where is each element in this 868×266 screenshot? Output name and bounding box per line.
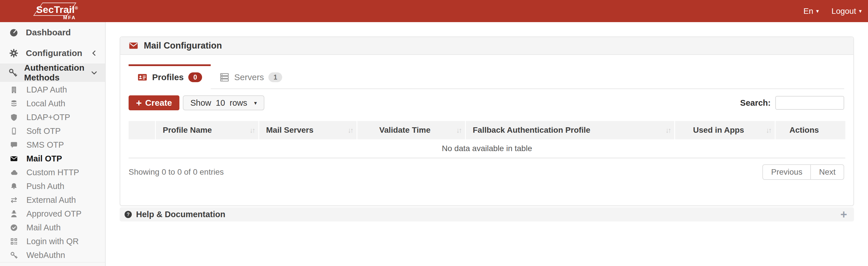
empty-table-message: No data available in table: [129, 139, 845, 158]
brand-name: SecTrail®: [36, 4, 78, 15]
rows-per-page-dropdown[interactable]: Show 10 rows ▾: [183, 95, 265, 110]
sidebar-item-external-auth[interactable]: External Auth: [0, 193, 105, 207]
qrcode-icon: [9, 237, 19, 246]
sidebar-item-ldap-auth[interactable]: LDAP Auth: [0, 83, 105, 96]
column-label: Mail Servers: [266, 125, 313, 135]
column-label: Validate Time: [379, 125, 430, 135]
exchange-icon: [9, 196, 19, 204]
column-header-fallback-authentication-profile[interactable]: Fallback Authentication Profile↓↑: [465, 121, 674, 139]
logout-dropdown[interactable]: Logout ▾: [829, 7, 864, 16]
sort-icon: ↓↑: [456, 126, 461, 135]
gear-icon: [8, 48, 20, 58]
sidebar-item-label: Mail Auth: [26, 223, 61, 232]
sidebar: Dashboard Configuration Authentication M…: [0, 22, 105, 266]
sidebar-item-label: Approved OTP: [26, 209, 82, 218]
table-footer: Showing 0 to 0 of 0 entries Previous Nex…: [129, 164, 844, 180]
bell-icon: [9, 182, 19, 190]
sidebar-item-label: SMS OTP: [26, 140, 64, 150]
column-header-select: [129, 121, 155, 139]
column-label: Profile Name: [163, 125, 212, 135]
column-header-mail-servers[interactable]: Mail Servers↓↑: [258, 121, 356, 139]
sidebar-item-webauthn[interactable]: WebAuthn: [0, 248, 105, 262]
sidebar-item-mail-auth[interactable]: Mail Auth: [0, 220, 105, 234]
sidebar-item-authentication-methods[interactable]: Authentication Methods: [0, 63, 105, 82]
column-label: Fallback Authentication Profile: [473, 125, 590, 135]
empty-table-row: No data available in table: [129, 139, 845, 158]
app-root: SecTrail® MFA En ▾ Logout ▾ Dashboard: [0, 0, 868, 266]
table-toolbar: + Create Show 10 rows ▾ Search:: [129, 95, 844, 110]
svg-text:?: ?: [127, 212, 129, 217]
column-label: Actions: [789, 125, 819, 135]
create-button[interactable]: + Create: [129, 95, 179, 110]
caret-down-icon: ▾: [816, 8, 819, 14]
panel-body: Profiles 0 Servers 1 + Crea: [120, 64, 854, 180]
sidebar-item-dashboard[interactable]: Dashboard: [0, 25, 105, 40]
user-secret-icon: [9, 210, 19, 218]
search-input[interactable]: [775, 96, 844, 110]
pagination: Previous Next: [763, 164, 844, 180]
show-rows-prefix: Show: [190, 98, 211, 108]
sidebar-item-sms-otp[interactable]: SMS OTP: [0, 138, 105, 152]
tab-bar: Profiles 0 Servers 1: [129, 64, 844, 89]
plus-icon: +: [136, 98, 142, 108]
sidebar-item-push-auth[interactable]: Push Auth: [0, 179, 105, 193]
show-rows-value: 10: [216, 98, 225, 108]
column-label: Used in Apps: [693, 125, 744, 135]
next-button[interactable]: Next: [810, 165, 844, 179]
expand-plus-icon[interactable]: +: [840, 209, 847, 220]
panel-header: Mail Configuration: [120, 37, 854, 55]
sidebar-item-local-auth[interactable]: Local Auth: [0, 96, 105, 110]
create-button-label: Create: [145, 98, 172, 108]
topbar-right: En ▾ Logout ▾: [801, 0, 864, 22]
column-header-actions: Actions: [775, 121, 845, 139]
sidebar-item-configuration[interactable]: Configuration: [0, 46, 105, 61]
id-card-icon: [137, 72, 148, 83]
topbar: SecTrail® MFA En ▾ Logout ▾: [0, 0, 868, 22]
sidebar-item-ldap-otp[interactable]: LDAP+OTP: [0, 110, 105, 124]
tab-profiles[interactable]: Profiles 0: [129, 64, 211, 89]
mobile-icon: [9, 127, 19, 135]
column-header-validate-time[interactable]: Validate Time↓↑: [356, 121, 465, 139]
tab-servers[interactable]: Servers 1: [211, 64, 291, 89]
brand-sub-text: MFA: [63, 15, 76, 21]
question-circle-icon: ?: [124, 210, 133, 219]
sidebar-item-label: External Auth: [26, 195, 76, 205]
sidebar-item-label: Local Auth: [26, 99, 65, 108]
language-dropdown[interactable]: En ▾: [801, 7, 821, 16]
registered-mark: ®: [74, 5, 78, 10]
sidebar-item-mail-otp[interactable]: Mail OTP: [0, 152, 105, 166]
check-circle-icon: [9, 224, 19, 232]
previous-button[interactable]: Previous: [763, 165, 810, 179]
mail-configuration-panel: Mail Configuration Profiles 0: [120, 36, 854, 206]
search-label: Search:: [740, 98, 771, 108]
caret-down-icon: ▾: [859, 8, 862, 14]
column-header-used-in-apps[interactable]: Used in Apps↓↑: [674, 121, 775, 139]
page-title: Mail Configuration: [144, 40, 222, 51]
language-label: En: [803, 7, 813, 16]
cloud-icon: [9, 168, 19, 177]
table-header-row: Profile Name↓↑ Mail Servers↓↑ Validate T…: [129, 121, 845, 139]
tab-label: Profiles: [152, 72, 184, 82]
sidebar-item-label: Configuration: [26, 48, 82, 58]
profiles-count-badge: 0: [188, 72, 202, 82]
database-icon: [9, 99, 19, 108]
sidebar-item-label: Custom HTTP: [26, 168, 79, 177]
sort-icon: ↓↑: [766, 126, 771, 135]
sort-icon: ↓↑: [348, 126, 352, 135]
sidebar-item-approved-otp[interactable]: Approved OTP: [0, 207, 105, 220]
sidebar-item-custom-http[interactable]: Custom HTTP: [0, 166, 105, 179]
sidebar-item-login-with-qr[interactable]: Login with QR: [0, 234, 105, 248]
logout-label: Logout: [832, 7, 856, 16]
sort-icon: ↓↑: [665, 126, 670, 135]
entries-summary: Showing 0 to 0 of 0 entries: [129, 168, 224, 177]
sidebar-item-label: Login with QR: [26, 237, 79, 246]
sidebar-item-soft-otp[interactable]: Soft OTP: [0, 124, 105, 138]
brand-name-text: SecTrail: [36, 4, 74, 15]
help-documentation-bar[interactable]: ? Help & Documentation +: [120, 207, 854, 221]
show-rows-suffix: rows: [229, 98, 247, 108]
sidebar-item-label: LDAP Auth: [26, 85, 67, 94]
sidebar-item-label: Dashboard: [26, 28, 71, 37]
key-icon: [8, 68, 18, 78]
auth-methods-submenu: LDAP Auth Local Auth LDAP+OTP Soft OTP: [0, 82, 105, 263]
column-header-profile-name[interactable]: Profile Name↓↑: [155, 121, 258, 139]
